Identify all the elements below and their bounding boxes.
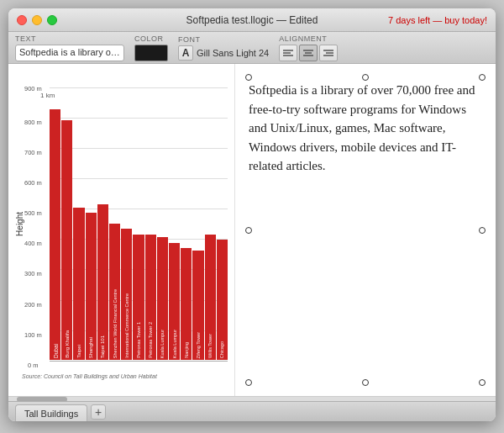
bar-wrapper: Burg Khalifa xyxy=(61,87,72,360)
bar-wrapper: Petronas Tower 1 xyxy=(133,87,144,360)
alignment-label: ALIGNMENT xyxy=(279,34,338,43)
color-label: COLOR xyxy=(134,34,168,43)
bar-wrapper: Kuala Lumpur xyxy=(157,87,168,360)
tab-bar: Tall Buildings + xyxy=(8,401,496,421)
bar: Kuala Lumpur xyxy=(169,243,180,360)
anchor-dot xyxy=(245,227,252,234)
anchor-dot xyxy=(362,379,369,386)
tab-tall-buildings[interactable]: Tall Buildings xyxy=(15,404,87,421)
window-title: Softpedia test.llogic — Edited xyxy=(186,14,318,26)
content-area: 1 km Height 900 m 800 m xyxy=(8,64,496,396)
anchor-dot xyxy=(245,379,252,386)
close-button[interactable] xyxy=(17,15,27,25)
alignment-buttons xyxy=(279,45,338,61)
anchor-dot xyxy=(479,379,486,386)
bar-wrapper: International Commerce Centre xyxy=(121,87,132,360)
bar: Taipei xyxy=(73,208,84,360)
add-tab-button[interactable]: + xyxy=(91,404,106,420)
anchor-dot xyxy=(479,227,486,234)
bar: Shanghai xyxy=(86,213,97,360)
font-icon[interactable]: A xyxy=(178,45,193,61)
bar-wrapper: Nanjing xyxy=(181,87,192,360)
text-content-area[interactable]: Softpedia is a library of over 70,000 fr… xyxy=(235,64,496,396)
bar-wrapper: Taipei xyxy=(73,87,84,360)
align-right-button[interactable] xyxy=(319,45,338,61)
align-left-button[interactable] xyxy=(279,45,297,61)
bar: Dubai xyxy=(50,109,60,360)
y-axis-label: Height xyxy=(15,212,24,236)
font-section: FONT A Gill Sans Light 24 xyxy=(178,35,269,61)
align-center-button[interactable] xyxy=(299,45,318,61)
color-section: COLOR xyxy=(134,34,168,61)
color-picker[interactable] xyxy=(134,45,168,61)
anchor-dot xyxy=(479,74,486,81)
font-display: A Gill Sans Light 24 xyxy=(178,45,269,61)
trial-label: 7 days left — buy today! xyxy=(388,15,487,25)
anchor-dot xyxy=(245,74,252,81)
bar-wrapper: Shenzhen World Financial Centre xyxy=(109,87,120,360)
anchor-dot xyxy=(362,74,369,81)
bar: Petronas Tower 1 xyxy=(133,235,144,360)
bars-container: Dubai Burg Khalifa xyxy=(50,87,228,361)
alignment-section: ALIGNMENT xyxy=(279,34,338,61)
application-window: Softpedia test.llogic — Edited 7 days le… xyxy=(8,8,496,421)
bar: Burg Khalifa xyxy=(61,120,72,360)
toolbar: TEXT Softpedia is a library of ove COLOR… xyxy=(8,32,496,64)
bar: Kuala Lumpur xyxy=(157,237,168,360)
title-bar: Softpedia test.llogic — Edited 7 days le… xyxy=(8,8,496,32)
maximize-button[interactable] xyxy=(47,15,57,25)
bar-wrapper: Willis Tower xyxy=(205,87,216,360)
bar: International Commerce Centre xyxy=(121,229,132,360)
bar-wrapper: Shanghai xyxy=(86,87,97,360)
bar: Shenzhen World Financial Centre xyxy=(109,224,120,360)
document-text: Softpedia is a library of over 70,000 fr… xyxy=(249,81,482,176)
minimize-button[interactable] xyxy=(32,15,42,25)
bar-wrapper: Petronas Tower 2 xyxy=(145,87,156,360)
bar: Nanjing xyxy=(181,248,192,360)
bar-wrapper: Kuala Lumpur xyxy=(169,87,180,360)
font-value: Gill Sans Light 24 xyxy=(197,48,269,58)
traffic-lights xyxy=(17,15,57,25)
font-label: FONT xyxy=(178,35,269,44)
bar: Petronas Tower 2 xyxy=(145,235,156,360)
text-section: TEXT Softpedia is a library of ove xyxy=(15,34,124,61)
bar: Zifeng Tower xyxy=(192,251,203,360)
chart-area: 1 km Height 900 m 800 m xyxy=(8,64,235,396)
bar-wrapper: Chicago xyxy=(217,87,228,360)
bar-wrapper: Zifeng Tower xyxy=(192,87,203,360)
bar: Willis Tower xyxy=(205,235,216,360)
bar-wrapper: Taipei 101 xyxy=(97,87,108,360)
tab-label: Tall Buildings xyxy=(24,409,78,419)
text-input[interactable]: Softpedia is a library of ove xyxy=(15,45,124,61)
bar: Taipei 101 xyxy=(97,204,108,360)
chart-source: Source: Council on Tall Buildings and Ur… xyxy=(22,373,221,379)
bar: Chicago xyxy=(217,240,228,360)
bar-wrapper: Dubai xyxy=(50,87,60,360)
text-label: TEXT xyxy=(15,34,124,43)
